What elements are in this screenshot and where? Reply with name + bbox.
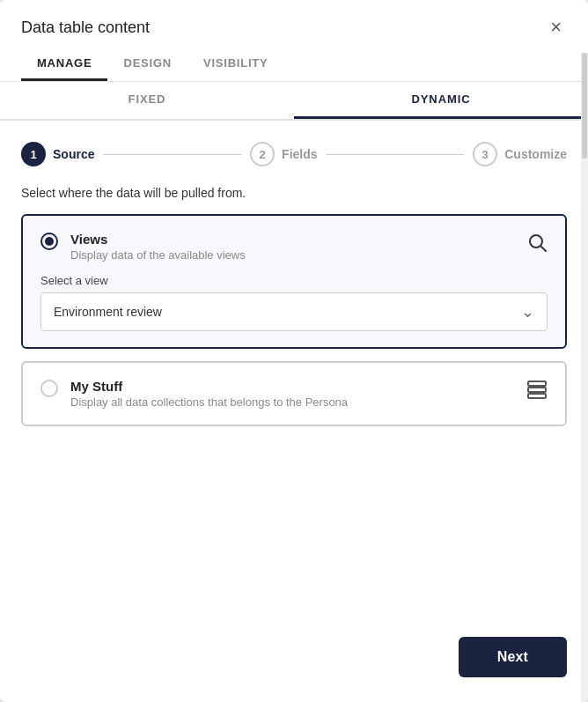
step-2-circle: 2 (250, 142, 275, 166)
search-icon (526, 232, 548, 258)
next-button[interactable]: Next (459, 637, 567, 677)
subtab-fixed[interactable]: FIXED (0, 82, 294, 119)
svg-rect-2 (528, 381, 546, 386)
step-1-label: Source (53, 147, 94, 161)
my-stuff-desc: Display all data collections that belong… (70, 395, 514, 409)
views-card-header: Views Display data of the available view… (40, 232, 548, 262)
tab-design[interactable]: DESIGN (107, 48, 187, 81)
svg-line-1 (541, 247, 546, 251)
svg-point-0 (530, 235, 542, 248)
select-view-label: Select a view (40, 274, 548, 287)
footer: Next (0, 619, 588, 702)
main-content: 1 Source 2 Fields 3 Customize Select whe… (0, 121, 588, 619)
modal-title: Data table content (21, 18, 150, 37)
views-radio[interactable] (40, 233, 58, 250)
views-text: Views Display data of the available view… (70, 232, 514, 262)
my-stuff-text: My Stuff Display all data collections th… (70, 379, 514, 409)
subtab-dynamic[interactable]: DYNAMIC (294, 82, 588, 119)
description: Select where the data will be pulled fro… (21, 186, 567, 200)
tab-visibility[interactable]: VISIBILITY (187, 48, 284, 81)
views-title: Views (70, 232, 514, 247)
step-1: 1 Source (21, 142, 94, 166)
my-stuff-title: My Stuff (70, 379, 514, 394)
svg-rect-3 (528, 388, 546, 392)
my-stuff-radio[interactable] (40, 380, 58, 397)
views-option-card[interactable]: Views Display data of the available view… (21, 214, 567, 349)
tabs-row: MANAGE DESIGN VISIBILITY (0, 48, 588, 82)
my-stuff-card-header: My Stuff Display all data collections th… (40, 379, 548, 409)
layers-icon (526, 379, 548, 405)
scrollbar-track (581, 53, 588, 702)
view-dropdown-value: Environment review (54, 305, 162, 319)
views-radio-dot (45, 237, 54, 246)
my-stuff-option-card[interactable]: My Stuff Display all data collections th… (21, 361, 567, 426)
step-3: 3 Customize (473, 142, 567, 166)
subtabs-row: FIXED DYNAMIC (0, 82, 588, 121)
views-desc: Display data of the available views (70, 248, 514, 262)
modal-header: Data table content × (0, 0, 588, 39)
step-3-circle: 3 (473, 142, 497, 166)
step-2-label: Fields (282, 147, 317, 161)
step-connector-2 (327, 154, 465, 155)
scrollbar-thumb[interactable] (582, 53, 587, 159)
step-2: 2 Fields (250, 142, 317, 166)
step-connector-1 (103, 154, 241, 155)
step-3-label: Customize (504, 147, 567, 161)
steps-row: 1 Source 2 Fields 3 Customize (21, 142, 567, 166)
tab-manage[interactable]: MANAGE (21, 48, 107, 81)
step-1-circle: 1 (21, 142, 46, 166)
svg-rect-4 (528, 394, 546, 398)
view-dropdown[interactable]: Environment review ⌄ (40, 292, 548, 331)
chevron-down-icon: ⌄ (521, 302, 534, 321)
close-button[interactable]: × (545, 16, 567, 39)
modal: Data table content × MANAGE DESIGN VISIB… (0, 0, 588, 702)
